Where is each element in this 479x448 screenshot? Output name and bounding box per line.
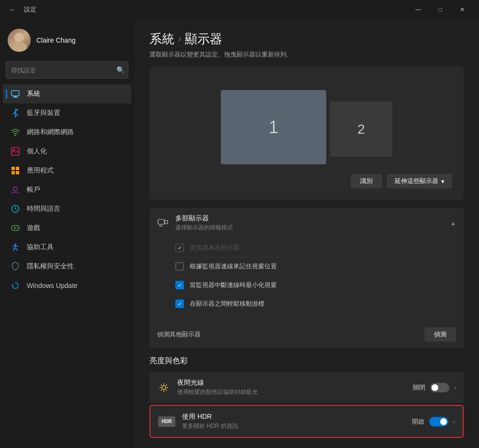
section-text: 多部顯示器 選擇顯示器的簡報模式 [175, 214, 233, 232]
hdr-status: 開啟 [412, 417, 424, 426]
sidebar-item-network[interactable]: 網路和網際網路 [3, 123, 131, 142]
accessibility-icon [11, 242, 20, 252]
search-input[interactable] [6, 61, 128, 79]
option-easy-cursor[interactable]: ✓ 在顯示器之間輕鬆移動游標 [175, 295, 456, 313]
monitor-display: 1 2 識別 延伸這些顯示器 ▾ [149, 67, 464, 200]
sidebar-item-accessibility[interactable]: 協助工具 [3, 238, 131, 257]
sidebar-item-bluetooth-label: 藍牙與裝置 [27, 109, 60, 117]
sidebar-item-system-label: 系統 [27, 90, 40, 98]
hdr-left: HDR 使用 HDR 更多關於 HDR 的資訊 [158, 413, 238, 430]
hdr-toggle[interactable] [429, 417, 448, 426]
extend-button[interactable]: 延伸這些顯示器 ▾ [387, 174, 452, 188]
user-name: Claire Chang [36, 36, 76, 44]
detect-label: 偵測其他顯示器 [157, 330, 201, 339]
svg-rect-7 [11, 167, 15, 170]
maximize-button[interactable]: □ [429, 2, 451, 17]
night-light-subtitle: 使用較暖的顏色以協助封鎖藍光 [177, 388, 258, 396]
sidebar-item-time[interactable]: 時間與語言 [3, 199, 131, 218]
user-section[interactable]: Claire Chang [0, 23, 134, 57]
window-controls: — □ ✕ [407, 2, 473, 17]
brightness-title: 亮度與色彩 [149, 356, 464, 366]
svg-rect-10 [16, 171, 19, 174]
night-light-right: 關閉 › [413, 383, 456, 392]
checkbox-main-display[interactable]: ✓ [175, 243, 184, 252]
hdr-subtitle: 更多關於 HDR 的資訊 [182, 422, 238, 430]
multiple-monitors-subtitle: 選擇顯示器的簡報模式 [175, 224, 233, 232]
svg-point-4 [15, 135, 16, 136]
section-chevron-icon: ▲ [450, 220, 456, 227]
sidebar-item-time-label: 時間與語言 [27, 205, 60, 213]
sidebar: Claire Chang 🔍 系統 藍牙與裝置 [0, 19, 134, 448]
checkbox-remember-window[interactable] [175, 262, 184, 271]
monitor-2[interactable]: 2 [330, 102, 392, 157]
avatar [8, 29, 31, 52]
option-main-display-label: 使其成為主顯示器 [190, 243, 240, 252]
monitor-1[interactable]: 1 [221, 90, 326, 164]
svg-point-19 [17, 228, 18, 229]
section-header-left: 多部顯示器 選擇顯示器的簡報模式 [157, 214, 233, 232]
checkbox-easy-cursor[interactable]: ✓ [175, 299, 184, 308]
personalize-icon [11, 147, 20, 156]
night-light-row[interactable]: 夜間光線 使用較暖的顏色以協助封鎖藍光 關閉 › [149, 372, 464, 403]
option-remember-window-label: 根據監視器連線來記住視窗位置 [190, 262, 277, 271]
sidebar-item-personalize-label: 個人化 [27, 147, 47, 156]
network-icon [11, 127, 20, 137]
windows-update-icon [11, 281, 20, 290]
svg-point-18 [17, 227, 18, 228]
close-button[interactable]: ✕ [451, 2, 473, 17]
sidebar-item-system[interactable]: 系統 [3, 84, 131, 103]
breadcrumb-separator: › [178, 34, 181, 44]
svg-line-30 [161, 384, 162, 385]
detect-row: 偵測其他顯示器 偵測 [149, 321, 464, 348]
svg-rect-22 [165, 220, 168, 224]
multiple-monitors-section: 多部顯示器 選擇顯示器的簡報模式 ▲ ✓ 使其成為主顯示器 [149, 207, 464, 348]
monitors-row: 1 2 [221, 78, 392, 164]
app-title: 設定 [24, 5, 36, 14]
main-content: 系統 › 顯示器 選取顯示器以變更其設定。拖曳顯示器以重新排列。 1 2 [134, 19, 479, 448]
option-remember-window[interactable]: 根據監視器連線來記住視窗位置 [175, 257, 456, 276]
breadcrumb-child: 顯示器 [185, 31, 222, 47]
search-icon: 🔍 [116, 66, 125, 74]
hdr-right: 開啟 › [412, 417, 455, 426]
sidebar-item-gaming-label: 遊戲 [27, 224, 40, 232]
search-box: 🔍 [6, 61, 128, 79]
sidebar-item-gaming[interactable]: 遊戲 [3, 218, 131, 238]
sidebar-item-privacy[interactable]: 隱私權與安全性 [3, 257, 131, 276]
sidebar-item-apps[interactable]: 應用程式 [3, 161, 131, 180]
multiple-monitors-header[interactable]: 多部顯示器 選擇顯示器的簡報模式 ▲ [149, 207, 464, 239]
privacy-icon [11, 262, 20, 271]
hdr-badge: HDR [158, 416, 175, 427]
checkbox-minimize-disconnect[interactable]: ✓ [175, 281, 184, 289]
svg-rect-21 [158, 219, 164, 224]
night-light-status: 關閉 [413, 383, 425, 392]
night-light-title: 夜間光線 [177, 379, 258, 387]
option-minimize-disconnect-label: 當監視器中斷連線時最小化視窗 [190, 281, 277, 289]
page-subtitle: 選取顯示器以變更其設定。拖曳顯示器以重新排列。 [149, 50, 464, 59]
detect-button[interactable]: 偵測 [424, 327, 456, 342]
title-bar: ← 設定 — □ ✕ [0, 0, 479, 19]
night-light-knob [432, 384, 438, 391]
sidebar-item-windows-update-label: Windows Update [27, 282, 78, 289]
brightness-section: 亮度與色彩 夜間光線 使用較暖的顏色以協助封鎖藍光 關閉 [149, 356, 464, 438]
hdr-row[interactable]: HDR 使用 HDR 更多關於 HDR 的資訊 開啟 › [149, 405, 464, 438]
minimize-button[interactable]: — [407, 2, 429, 17]
sidebar-item-apps-label: 應用程式 [27, 166, 54, 175]
svg-line-31 [166, 390, 167, 391]
night-light-icon [157, 381, 171, 394]
identify-button[interactable]: 識別 [351, 174, 382, 188]
extend-chevron-icon: ▾ [441, 178, 445, 185]
sidebar-item-personalize[interactable]: 個人化 [3, 142, 131, 161]
option-easy-cursor-label: 在顯示器之間輕鬆移動游標 [190, 299, 264, 308]
apps-icon [11, 166, 20, 175]
page-header: 系統 › 顯示器 選取顯示器以變更其設定。拖曳顯示器以重新排列。 [149, 31, 464, 59]
hdr-title: 使用 HDR [182, 413, 238, 421]
back-button[interactable]: ← [6, 3, 19, 16]
avatar-image [8, 29, 31, 52]
sidebar-item-accounts[interactable]: 帳戶 [3, 180, 131, 199]
breadcrumb: 系統 › 顯示器 [149, 31, 464, 47]
option-minimize-disconnect[interactable]: ✓ 當監視器中斷連線時最小化視窗 [175, 276, 456, 295]
option-main-display[interactable]: ✓ 使其成為主顯示器 [175, 239, 456, 257]
night-light-toggle[interactable] [430, 383, 449, 392]
sidebar-item-windows-update[interactable]: Windows Update [3, 276, 131, 295]
sidebar-item-bluetooth[interactable]: 藍牙與裝置 [3, 103, 131, 123]
